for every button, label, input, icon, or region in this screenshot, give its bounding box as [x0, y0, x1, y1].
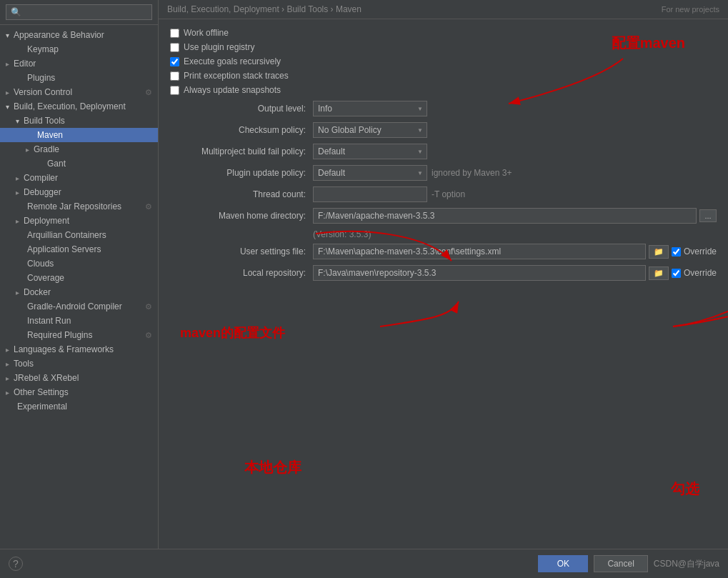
- override-user-label[interactable]: Override: [684, 246, 717, 256]
- sidebar-item-clouds[interactable]: Clouds: [0, 256, 158, 271]
- thread-count-label: Thread count:: [170, 189, 313, 199]
- sidebar-item-label: Remote Jar Repositories: [27, 201, 121, 211]
- user-settings-row: User settings file: 📁 Override: [170, 244, 717, 259]
- arrow-icon: ▸: [6, 374, 9, 382]
- output-level-select[interactable]: InfoDebugError: [313, 101, 427, 116]
- sidebar-item-appearance[interactable]: ▾Appearance & Behavior: [0, 28, 158, 42]
- checkbox-row-always-update: Always update snapshots: [170, 85, 717, 95]
- sidebar-item-label: Other Settings: [14, 387, 69, 397]
- plugin-update-row: Plugin update policy: DefaultForce Updat…: [170, 165, 717, 181]
- checkbox-use-plugin-registry[interactable]: [170, 43, 179, 52]
- breadcrumb-path: Build, Execution, Deployment › Build Too…: [167, 4, 361, 14]
- local-repo-override: Override: [672, 268, 717, 278]
- settings-dialog: ▾Appearance & BehaviorKeymap▸EditorPlugi…: [0, 0, 728, 578]
- sidebar-item-label: Gant: [47, 159, 66, 169]
- sidebar-item-label: Experimental: [17, 402, 67, 412]
- sidebar-item-debugger[interactable]: ▸Debugger: [0, 185, 158, 199]
- search-input[interactable]: [6, 4, 152, 20]
- sidebar-item-app-servers[interactable]: Application Servers: [0, 242, 158, 256]
- sidebar-item-build-tools[interactable]: ▾Build Tools: [0, 114, 158, 128]
- sidebar-item-gant[interactable]: Gant: [0, 156, 158, 171]
- sidebar-item-experimental[interactable]: Experimental: [0, 399, 158, 414]
- sidebar-item-tools[interactable]: ▸Tools: [0, 357, 158, 371]
- sidebar-item-deployment[interactable]: ▸Deployment: [0, 214, 158, 228]
- sidebar-item-label: Keymap: [27, 44, 59, 54]
- sidebar-item-label: Maven: [37, 130, 63, 140]
- for-new-projects: For new projects: [662, 5, 719, 14]
- arrow-local-repo: [380, 302, 459, 327]
- user-settings-override: Override: [672, 246, 717, 256]
- checkbox-row-use-plugin-registry: Use plugin registry: [170, 42, 717, 52]
- plugin-update-select[interactable]: DefaultForce UpdateNever: [313, 165, 427, 181]
- sidebar-item-plugins[interactable]: Plugins: [0, 71, 158, 85]
- maven-home-input[interactable]: [313, 208, 697, 224]
- arrow-icon: ▸: [16, 189, 19, 196]
- override-local-checkbox[interactable]: [672, 269, 681, 278]
- sidebar-item-label: Gradle: [34, 144, 59, 154]
- sidebar-item-gradle[interactable]: ▸Gradle: [0, 142, 158, 156]
- override-user-checkbox[interactable]: [672, 247, 681, 256]
- sidebar-item-version-control[interactable]: ▸Version Control⚙: [0, 85, 158, 99]
- multiproject-select[interactable]: DefaultContinueAt EndNever: [313, 144, 427, 159]
- checkbox-execute-goals[interactable]: [170, 57, 179, 66]
- sidebar-item-label: Tools: [14, 359, 34, 369]
- sidebar-item-jrebel[interactable]: ▸JRebel & XRebel: [0, 371, 158, 385]
- maven-settings-panel: Work offline Use plugin registry Execute…: [159, 19, 728, 549]
- checkbox-label-work-offline[interactable]: Work offline: [184, 28, 229, 38]
- sidebar-tree: ▾Appearance & BehaviorKeymap▸EditorPlugi…: [0, 25, 158, 549]
- multiproject-wrapper: DefaultContinueAt EndNever: [313, 144, 427, 159]
- sidebar-item-label: Coverage: [27, 273, 64, 283]
- sidebar-item-instant-run[interactable]: Instant Run: [0, 314, 158, 328]
- local-repo-label: Local repository:: [170, 268, 313, 278]
- annotation-config-file: maven的配置文件: [180, 324, 285, 342]
- checkbox-work-offline[interactable]: [170, 29, 179, 38]
- user-settings-browse[interactable]: 📁: [649, 245, 669, 259]
- thread-count-hint: -T option: [432, 189, 465, 199]
- annotation-local-repo: 本地仓库: [244, 458, 301, 477]
- checksum-label: Checksum policy:: [170, 125, 313, 135]
- user-settings-input[interactable]: [313, 244, 646, 259]
- override-local-label[interactable]: Override: [684, 268, 717, 278]
- sidebar-item-required-plugins[interactable]: Required Plugins⚙: [0, 328, 158, 342]
- ok-button[interactable]: OK: [538, 555, 588, 572]
- thread-count-input[interactable]: [313, 186, 427, 202]
- sidebar-item-other-settings[interactable]: ▸Other Settings: [0, 385, 158, 399]
- local-repo-input[interactable]: [313, 265, 646, 281]
- arrow-icon: ▸: [6, 389, 9, 397]
- checksum-select[interactable]: No Global PolicyStrictLax: [313, 122, 427, 138]
- arrows-overlay: [159, 19, 728, 549]
- help-button[interactable]: ?: [9, 557, 23, 571]
- sidebar-item-languages[interactable]: ▸Languages & Frameworks: [0, 342, 158, 357]
- arrow-icon: ▸: [26, 146, 29, 154]
- local-repo-browse[interactable]: 📁: [649, 266, 669, 280]
- sidebar-item-label: Compiler: [24, 173, 58, 183]
- sidebar-item-docker[interactable]: ▸Docker: [0, 285, 158, 299]
- sidebar-item-coverage[interactable]: Coverage: [0, 271, 158, 285]
- search-box: [0, 0, 158, 25]
- checkbox-label-print-exception[interactable]: Print exception stack traces: [184, 71, 289, 81]
- checkbox-row-work-offline: Work offline: [170, 28, 717, 38]
- sidebar-item-arquillian[interactable]: Arquillian Containers: [0, 228, 158, 242]
- sidebar-item-compiler[interactable]: ▸Compiler: [0, 171, 158, 185]
- checkbox-label-execute-goals[interactable]: Execute goals recursively: [184, 56, 281, 66]
- sidebar-item-label: Appearance & Behavior: [14, 30, 104, 40]
- maven-home-browse[interactable]: ...: [699, 209, 717, 222]
- sidebar-item-build-execution[interactable]: ▾Build, Execution, Deployment: [0, 99, 158, 114]
- checkbox-row-execute-goals: Execute goals recursively: [170, 56, 717, 66]
- gear-icon: ⚙: [145, 302, 152, 312]
- sidebar-item-maven[interactable]: Maven: [0, 128, 158, 142]
- sidebar-item-remote-jar[interactable]: Remote Jar Repositories⚙: [0, 199, 158, 214]
- cancel-button[interactable]: Cancel: [594, 555, 647, 572]
- sidebar-item-editor[interactable]: ▸Editor: [0, 56, 158, 71]
- dialog-buttons: OK Cancel CSDN@自学java: [538, 555, 719, 572]
- plugin-update-label: Plugin update policy:: [170, 168, 313, 178]
- checkbox-always-update[interactable]: [170, 86, 179, 95]
- sidebar-item-gradle-android[interactable]: Gradle-Android Compiler⚙: [0, 299, 158, 314]
- user-settings-control: 📁 Override: [313, 244, 717, 259]
- local-repo-control: 📁 Override: [313, 265, 717, 281]
- checkbox-label-use-plugin-registry[interactable]: Use plugin registry: [184, 42, 254, 52]
- sidebar-item-keymap[interactable]: Keymap: [0, 42, 158, 56]
- checkbox-print-exception[interactable]: [170, 71, 179, 81]
- arrow-icon: ▸: [6, 89, 9, 96]
- checkbox-label-always-update[interactable]: Always update snapshots: [184, 85, 281, 95]
